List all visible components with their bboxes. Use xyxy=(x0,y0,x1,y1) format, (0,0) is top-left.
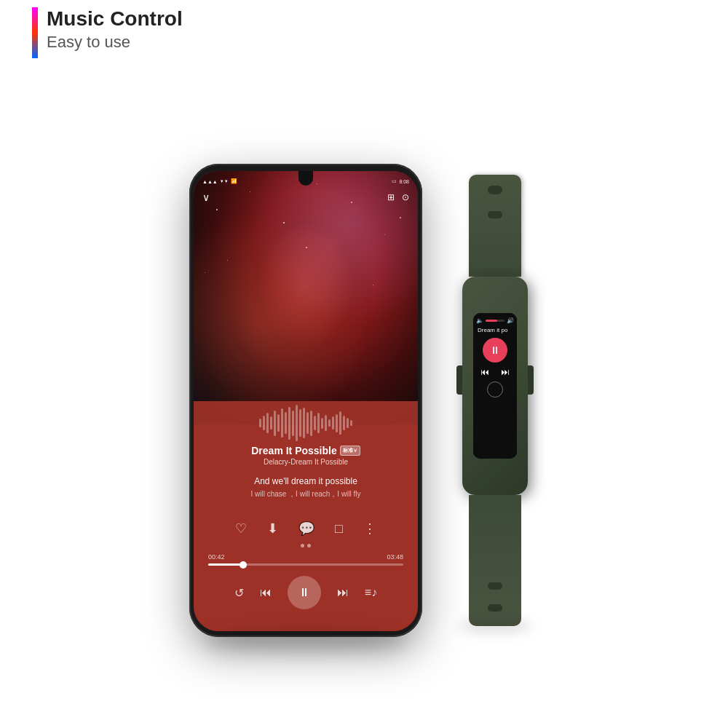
status-right: ▭ 8:08 xyxy=(392,178,409,184)
more-icon[interactable]: ⋮ xyxy=(363,521,376,537)
stars xyxy=(194,171,418,424)
download-icon[interactable]: ⬇ xyxy=(267,521,278,537)
current-time: 00:42 xyxy=(208,553,225,561)
next-track-icon[interactable]: ⏭ xyxy=(337,586,349,599)
side-button-right[interactable] xyxy=(528,365,534,395)
band-next-button[interactable]: ⏭ xyxy=(501,367,510,377)
header: Music Control Easy to use xyxy=(0,0,728,73)
phone-screen: ▲▲▲ ▼▼ 📶 ▭ 8:08 ∨ ⊞ xyxy=(194,171,418,631)
song-info: Dream It Possible 标准∨ Delacry-Dream It P… xyxy=(194,445,418,499)
quality-badge: 标准∨ xyxy=(340,446,360,456)
cast-icon[interactable]: ⊙ xyxy=(402,192,409,202)
chevron-down-icon[interactable]: ∨ xyxy=(202,191,210,203)
time-display: 8:08 xyxy=(399,179,409,184)
header-text: Music Control Easy to use xyxy=(47,6,183,53)
player-controls: ↺ ⏮ ⏸ ⏭ ≡♪ xyxy=(194,576,418,609)
repeat-icon[interactable]: ↺ xyxy=(234,586,244,600)
main-content: ▲▲▲ ▼▼ 📶 ▭ 8:08 ∨ ⊞ xyxy=(0,73,728,728)
band-prev-button[interactable]: ⏮ xyxy=(480,367,489,377)
playlist-icon[interactable]: ⊞ xyxy=(387,192,395,202)
prev-track-icon[interactable]: ⏮ xyxy=(260,586,272,599)
pause-icon: ⏸ xyxy=(298,586,310,599)
progress-times: 00:42 03:48 xyxy=(208,553,403,561)
strap-top xyxy=(469,175,521,277)
phone-top-controls: ∨ ⊞ ⊙ xyxy=(202,191,409,203)
status-bar: ▲▲▲ ▼▼ 📶 ▭ 8:08 xyxy=(194,174,418,189)
header-title: Music Control xyxy=(47,6,183,32)
dot-1 xyxy=(301,544,304,547)
status-left: ▲▲▲ ▼▼ 📶 xyxy=(202,178,237,184)
progress-bar[interactable] xyxy=(208,563,403,566)
progress-fill xyxy=(208,563,243,566)
band-volume-row: 🔈 🔊 xyxy=(476,317,514,324)
volume-fill xyxy=(486,320,497,322)
song-title: Dream It Possible 标准∨ xyxy=(194,445,418,456)
volume-low-icon: 🔈 xyxy=(476,317,483,324)
lyrics-main: And we'll dream it possible xyxy=(194,476,418,486)
video-icon[interactable]: □ xyxy=(335,521,343,537)
band-body: 🔈 🔊 Dream it po ⏸ xyxy=(462,277,528,495)
band-shadow xyxy=(459,619,531,633)
progress-area: 00:42 03:48 xyxy=(208,553,403,566)
playlist-queue-icon[interactable]: ≡♪ xyxy=(365,586,377,599)
sound-wave xyxy=(194,401,418,445)
heart-icon[interactable]: ♡ xyxy=(235,521,247,537)
band-circle-button[interactable] xyxy=(487,381,503,397)
top-right-controls: ⊞ ⊙ xyxy=(387,192,409,202)
volume-high-icon: 🔊 xyxy=(507,317,514,324)
song-artist: Delacry-Dream It Possible xyxy=(194,458,418,466)
band-screen-content: 🔈 🔊 Dream it po ⏸ xyxy=(473,313,517,459)
music-player-bottom: Dream It Possible 标准∨ Delacry-Dream It P… xyxy=(194,401,418,631)
smartband-wrapper: 🔈 🔊 Dream it po ⏸ xyxy=(451,175,539,626)
battery-icon: ▭ xyxy=(392,178,397,184)
total-time: 03:48 xyxy=(387,553,403,561)
smartphone: ▲▲▲ ▼▼ 📶 ▭ 8:08 ∨ ⊞ xyxy=(189,164,422,637)
strap-bottom xyxy=(469,495,521,626)
comment-icon[interactable]: 💬 xyxy=(298,521,314,537)
side-button-left[interactable] xyxy=(456,365,462,395)
action-controls: ♡ ⬇ 💬 □ ⋮ xyxy=(194,521,418,537)
color-bar xyxy=(32,7,38,58)
play-pause-button[interactable]: ⏸ xyxy=(288,576,321,609)
band-song-name: Dream it po xyxy=(476,327,514,333)
band-screen: 🔈 🔊 Dream it po ⏸ xyxy=(473,313,517,459)
dots-indicator xyxy=(194,544,418,547)
band-play-pause-button[interactable]: ⏸ xyxy=(483,338,507,363)
band-skip-controls: ⏮ ⏭ xyxy=(480,367,510,377)
band-pause-icon: ⏸ xyxy=(490,344,500,356)
phone-background xyxy=(194,171,418,424)
progress-thumb[interactable] xyxy=(240,561,247,569)
smartphone-inner: ▲▲▲ ▼▼ 📶 ▭ 8:08 ∨ ⊞ xyxy=(194,171,418,631)
dot-2 xyxy=(307,544,311,547)
header-subtitle: Easy to use xyxy=(47,32,183,53)
lyrics-sub: I will chase ，I will reach，I will fly xyxy=(194,489,418,499)
phone-shadow xyxy=(204,630,408,652)
volume-bar[interactable] xyxy=(486,320,505,322)
smartband: 🔈 🔊 Dream it po ⏸ xyxy=(451,175,539,626)
smartphone-wrapper: ▲▲▲ ▼▼ 📶 ▭ 8:08 ∨ ⊞ xyxy=(189,164,422,637)
